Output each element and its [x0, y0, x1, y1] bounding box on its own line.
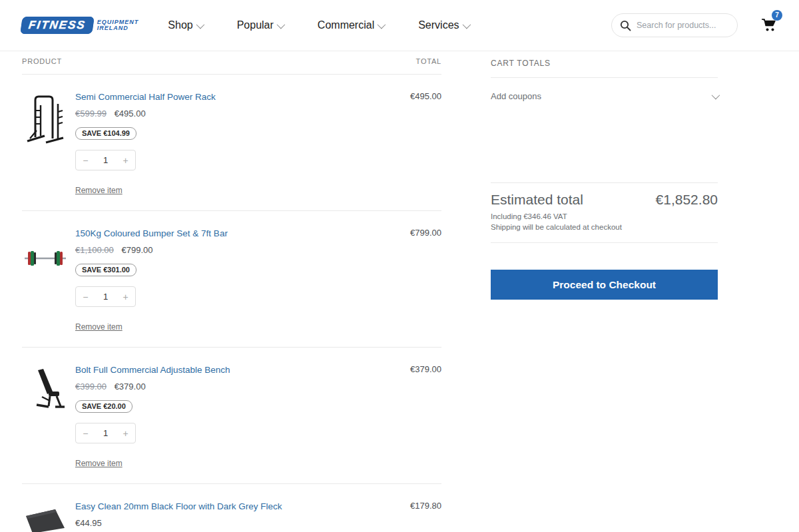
nav-item-shop[interactable]: Shop	[168, 19, 202, 31]
product-image-half-power-rack[interactable]	[22, 91, 75, 196]
remove-item-link[interactable]: Remove item	[75, 459, 123, 468]
chevron-down-icon	[462, 20, 471, 29]
chevron-down-icon	[712, 91, 720, 100]
remove-item-link[interactable]: Remove item	[75, 186, 123, 195]
estimated-total-block: Estimated total €1,852.80 Including €346…	[491, 182, 718, 243]
nav-item-commercial[interactable]: Commercial	[318, 19, 384, 31]
increase-quantity-button[interactable]: +	[116, 292, 135, 302]
item-details: Bolt Full Commercial Adjustable Bench €3…	[75, 364, 395, 469]
decrease-quantity-button[interactable]: −	[76, 428, 95, 439]
logo-fitness-text: FITNESS	[28, 19, 87, 32]
chevron-down-icon	[378, 20, 386, 29]
item-total: €495.00	[395, 91, 441, 196]
quantity-value: 1	[95, 428, 117, 438]
estimated-total-value: €1,852.80	[656, 192, 718, 208]
quantity-value: 1	[95, 292, 117, 302]
add-coupons-toggle[interactable]: Add coupons	[491, 78, 718, 115]
chevron-down-icon	[276, 20, 285, 29]
product-title-link[interactable]: 150Kg Coloured Bumper Set & 7ft Bar	[75, 228, 228, 238]
item-details: Semi Commercial Half Power Rack €599.99 …	[75, 91, 395, 196]
remove-item-link[interactable]: Remove item	[75, 322, 123, 332]
cart-page: PRODUCT TOTAL	[0, 51, 799, 532]
cart-totals-panel: CART TOTALS Add coupons Estimated total …	[491, 51, 718, 532]
nav-item-popular[interactable]: Popular	[237, 19, 283, 31]
table-header-row: PRODUCT TOTAL	[22, 51, 441, 75]
item-details: 150Kg Coloured Bumper Set & 7ft Bar €1,1…	[75, 227, 395, 332]
chevron-down-icon	[196, 20, 204, 29]
logo-fitness-pill: FITNESS	[20, 17, 94, 34]
old-price: €599.99	[75, 109, 107, 119]
quantity-value: 1	[95, 155, 117, 165]
estimated-total-label: Estimated total	[491, 192, 583, 208]
increase-quantity-button[interactable]: +	[116, 428, 135, 439]
product-title-link[interactable]: Easy Clean 20mm Black Floor with Dark Gr…	[75, 501, 282, 511]
save-badge: SAVE €20.00	[75, 400, 133, 413]
save-badge: SAVE €104.99	[75, 127, 136, 140]
quantity-stepper[interactable]: − 1 +	[75, 286, 136, 307]
cart-item-row: Bolt Full Commercial Adjustable Bench €3…	[22, 348, 441, 484]
search-input[interactable]	[637, 21, 723, 30]
cart-item-row: Easy Clean 20mm Black Floor with Dark Gr…	[22, 484, 441, 532]
increase-quantity-button[interactable]: +	[116, 155, 135, 166]
decrease-quantity-button[interactable]: −	[76, 292, 95, 302]
logo-subtext: EQUIPMENT IRELAND	[97, 19, 139, 32]
add-coupons-label: Add coupons	[491, 91, 541, 101]
product-image-coloured-bumper-barbell[interactable]	[22, 227, 75, 332]
nav-item-services[interactable]: Services	[418, 19, 468, 31]
current-price: €799.00	[121, 245, 152, 255]
old-price: €399.00	[75, 382, 107, 392]
proceed-to-checkout-button[interactable]: Proceed to Checkout	[491, 270, 718, 300]
estimated-total-row: Estimated total €1,852.80	[491, 192, 718, 208]
cart-button[interactable]: 7	[760, 16, 778, 35]
item-total: €379.00	[395, 364, 441, 469]
item-prices: €599.99 €495.00	[75, 109, 395, 119]
cart-totals-title: CART TOTALS	[491, 51, 718, 78]
column-header-total: TOTAL	[416, 57, 441, 65]
old-price: €1,100.00	[75, 245, 114, 255]
cart-item-row: Semi Commercial Half Power Rack €599.99 …	[22, 75, 441, 211]
vat-note: Including €346.46 VAT	[491, 212, 718, 220]
item-prices: €44.95	[75, 518, 395, 528]
logo-ireland-text: IRELAND	[97, 25, 139, 31]
product-title-link[interactable]: Bolt Full Commercial Adjustable Bench	[75, 365, 230, 375]
shipping-note: Shipping will be calculated at checkout	[491, 223, 718, 231]
decrease-quantity-button[interactable]: −	[76, 155, 95, 166]
nav-label-shop: Shop	[168, 19, 192, 31]
site-logo[interactable]: FITNESS EQUIPMENT IRELAND	[21, 17, 138, 34]
quantity-stepper[interactable]: − 1 +	[75, 423, 136, 443]
main-nav: Shop Popular Commercial Services	[168, 19, 468, 31]
item-prices: €399.00 €379.00	[75, 382, 395, 392]
divider	[491, 242, 718, 243]
product-image-black-floor-tile[interactable]	[22, 500, 75, 532]
cart-items-table: PRODUCT TOTAL	[22, 51, 441, 532]
cart-count-badge: 7	[772, 10, 782, 21]
nav-label-popular: Popular	[237, 19, 274, 31]
item-total: €799.00	[395, 227, 441, 332]
current-price: €495.00	[115, 109, 146, 119]
item-prices: €1,100.00 €799.00	[75, 245, 395, 255]
quantity-stepper[interactable]: − 1 +	[75, 150, 136, 170]
search-icon	[620, 20, 631, 31]
product-image-adjustable-bench[interactable]	[22, 364, 75, 469]
item-total: €179.80	[395, 500, 441, 532]
item-details: Easy Clean 20mm Black Floor with Dark Gr…	[75, 500, 395, 532]
column-header-product: PRODUCT	[22, 57, 62, 65]
site-header: FITNESS EQUIPMENT IRELAND Shop Popular C…	[0, 0, 799, 51]
current-price: €379.00	[115, 382, 146, 392]
product-title-link[interactable]: Semi Commercial Half Power Rack	[75, 92, 216, 102]
current-price: €44.95	[75, 518, 102, 528]
nav-label-services: Services	[418, 19, 459, 31]
cart-item-row: 150Kg Coloured Bumper Set & 7ft Bar €1,1…	[22, 211, 441, 348]
search-box[interactable]	[611, 13, 738, 37]
nav-label-commercial: Commercial	[318, 19, 374, 31]
save-badge: SAVE €301.00	[75, 264, 136, 276]
